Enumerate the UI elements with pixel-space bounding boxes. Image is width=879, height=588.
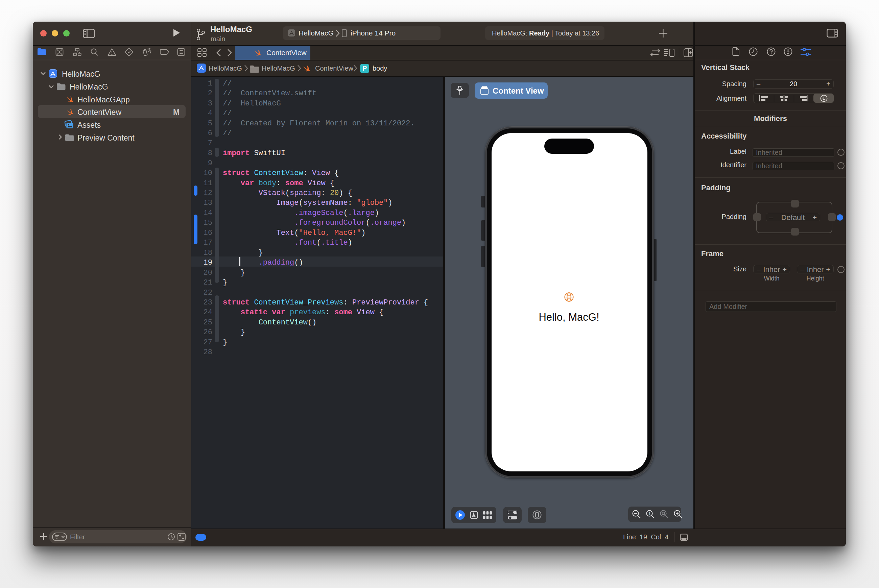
svg-text:1: 1 <box>648 511 651 516</box>
